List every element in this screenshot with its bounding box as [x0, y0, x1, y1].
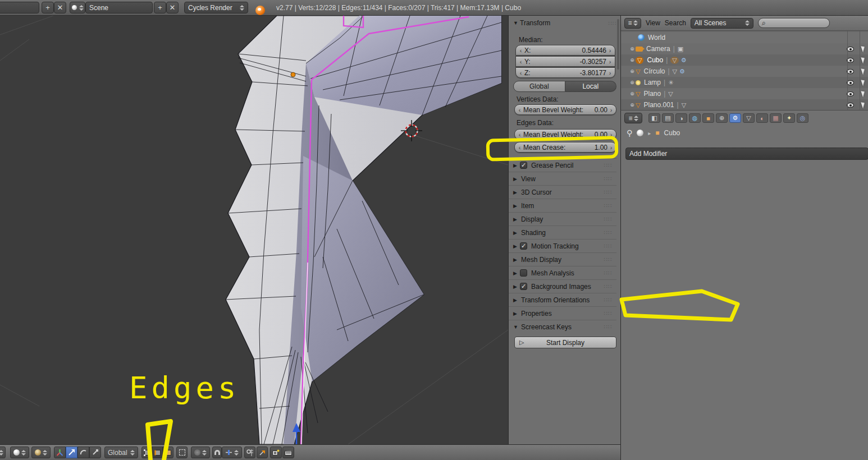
mesh-data-icon[interactable]: ▽ — [673, 68, 677, 75]
wrench-icon[interactable]: ⚙ — [681, 57, 687, 64]
panel-3d-cursor[interactable]: ▶ 3D Cursor∷∷ — [509, 185, 616, 199]
panel-properties[interactable]: ▶ Properties∷∷ — [509, 306, 616, 320]
orientation-global-button[interactable]: Global — [513, 81, 565, 92]
decrement-icon[interactable]: ‹ — [518, 47, 523, 54]
tab-object[interactable]: ■ — [702, 113, 714, 123]
mesh-data-icon[interactable]: ▽ — [668, 90, 673, 98]
close-layout-button[interactable]: ✕ — [54, 2, 66, 13]
snap-target-button[interactable] — [244, 447, 255, 458]
tab-modifiers[interactable]: ⚙ — [729, 113, 741, 123]
outliner-item-label[interactable]: World — [648, 34, 665, 42]
translate-manipulator-button[interactable] — [66, 447, 77, 458]
edge-select-button[interactable] — [152, 447, 163, 458]
panel-transform-orientations[interactable]: ▶ Transform Orientations∷∷ — [509, 293, 616, 306]
outliner-row-plano[interactable]: ⊕ ▽ Plano | ▽ — [621, 88, 868, 99]
selectable-cursor-icon[interactable] — [861, 101, 866, 108]
increment-icon[interactable]: › — [609, 107, 614, 113]
collapse-icon[interactable]: ▼ — [513, 324, 520, 330]
npanel-scrollbar[interactable] — [617, 19, 619, 70]
outliner-row-circulo[interactable]: ⊕ ▽ Círculo | ▽ ⚙ — [621, 66, 868, 77]
limit-selection-visible-button[interactable] — [176, 447, 188, 458]
editor-type-button[interactable]: ≡ — [624, 18, 641, 29]
outliner-row-world[interactable]: World — [621, 32, 868, 43]
close-scene-button[interactable]: ✕ — [166, 2, 179, 13]
panel-shading[interactable]: ▶ Shading∷∷ — [509, 226, 616, 239]
selectable-cursor-icon[interactable] — [861, 79, 866, 86]
outliner-item-label[interactable]: Círculo — [643, 67, 665, 75]
drag-dots-icon[interactable]: ∷∷ — [604, 324, 612, 330]
tab-scene[interactable]: ◑ — [675, 113, 687, 123]
snap-toggle-button[interactable] — [212, 447, 222, 458]
drag-dots-icon[interactable]: ∷∷ — [604, 189, 612, 195]
panel-mesh-display[interactable]: ▶ Mesh Display∷∷ — [509, 252, 616, 266]
face-select-button[interactable] — [163, 447, 173, 458]
expand-icon[interactable]: ▶ — [513, 257, 520, 263]
expand-icon[interactable]: ▶ — [513, 311, 520, 316]
render-engine-select[interactable]: Cycles Render — [184, 2, 248, 13]
drag-dots-icon[interactable]: ∷∷ — [604, 270, 612, 276]
tab-particles[interactable]: ✦ — [783, 113, 795, 123]
median-x-slider[interactable]: ‹ X: 0.54446 › — [515, 45, 615, 56]
tab-render[interactable]: ◧ — [648, 113, 660, 123]
tab-material[interactable]: ◐ — [756, 113, 768, 123]
orientation-local-button[interactable]: Local — [565, 81, 617, 92]
edge-bevel-weight-slider[interactable]: ‹ Mean Bevel Weight: 0.00 › — [514, 129, 616, 140]
mode-select-partial[interactable] — [0, 447, 6, 458]
drag-dots-icon[interactable]: ∷∷ — [604, 229, 612, 236]
expand-icon[interactable]: ▶ — [513, 230, 520, 236]
drag-dots-icon[interactable]: ∷∷ — [604, 162, 612, 168]
increment-icon[interactable]: › — [609, 144, 614, 151]
opengl-render-anim-button[interactable] — [282, 447, 294, 458]
panel-mesh-analysis[interactable]: ▶ Mesh Analysis∷∷ — [509, 266, 616, 279]
selectable-cursor-icon[interactable] — [861, 67, 866, 75]
expand-icon[interactable]: ⊕ — [629, 46, 636, 52]
decrement-icon[interactable]: ‹ — [517, 144, 522, 151]
panel-checkbox[interactable]: ✓ — [520, 283, 527, 290]
selectable-cursor-icon[interactable] — [861, 45, 866, 52]
median-z-slider[interactable]: ‹ Z: -3.80177 › — [515, 67, 615, 78]
add-layout-button[interactable]: + — [42, 2, 54, 13]
tab-constraints[interactable]: ⊕ — [716, 113, 728, 123]
panel-checkbox[interactable]: ✓ — [520, 162, 527, 169]
outliner-item-label[interactable]: Plano — [643, 90, 661, 98]
outliner-item-label[interactable]: Plano.001 — [643, 101, 674, 109]
panel-background-images[interactable]: ▶ ✓ Background Images∷∷ — [509, 279, 616, 293]
expand-icon[interactable]: ⊕ — [629, 57, 636, 63]
expand-icon[interactable]: ▶ — [513, 217, 520, 222]
proportional-edit-dropdown[interactable] — [191, 447, 210, 458]
transform-orientation-dropdown[interactable]: Global — [104, 447, 138, 458]
selectable-cursor-icon[interactable] — [861, 56, 866, 63]
decrement-icon[interactable]: ‹ — [518, 70, 523, 76]
drag-dots-icon[interactable]: ∷∷ — [604, 256, 612, 263]
median-y-slider[interactable]: ‹ Y: -0.30257 › — [515, 56, 615, 67]
panel-checkbox[interactable]: ✓ — [520, 242, 527, 250]
lamp-data-icon[interactable]: ✳ — [668, 79, 673, 86]
panel-motion-tracking[interactable]: ▶ ✓ Motion Tracking∷∷ — [509, 239, 616, 252]
expand-icon[interactable]: ⊕ — [629, 68, 636, 74]
snap-peel-button[interactable] — [257, 447, 268, 458]
pivot-point-dropdown[interactable] — [31, 447, 51, 458]
tab-world[interactable]: ◍ — [689, 113, 701, 123]
add-scene-button[interactable]: + — [154, 2, 166, 13]
start-display-button[interactable]: ▷ Start Display — [514, 337, 616, 348]
manipulator-toggle-button[interactable] — [54, 447, 66, 458]
camera-data-icon[interactable]: ▣ — [678, 45, 683, 53]
outliner-search-menu[interactable]: Search — [665, 19, 686, 27]
panel-item[interactable]: ▶ Item∷∷ — [509, 199, 616, 212]
drag-dots-icon[interactable]: ∷∷ — [604, 216, 612, 222]
increment-icon[interactable]: › — [609, 131, 614, 138]
drag-dots-icon[interactable]: ∷∷ — [604, 310, 612, 316]
expand-icon[interactable]: ▶ — [513, 284, 520, 289]
mean-crease-slider[interactable]: ‹ Mean Crease: 1.00 › — [514, 142, 616, 153]
vertex-select-button[interactable] — [141, 447, 152, 458]
drag-dots-icon[interactable]: ∷∷ — [604, 243, 612, 249]
scene-name-field[interactable]: Scene — [85, 2, 153, 13]
expand-icon[interactable]: ▶ — [513, 270, 520, 276]
expand-icon[interactable]: ⊕ — [629, 80, 636, 85]
increment-icon[interactable]: › — [607, 47, 613, 54]
drag-dots-icon[interactable]: ∷∷ — [608, 20, 616, 26]
increment-icon[interactable]: › — [607, 58, 613, 65]
outliner-row-cubo[interactable]: ⊕ ▽ Cubo | ▽ ⚙ — [621, 54, 868, 66]
drag-dots-icon[interactable]: ∷∷ — [604, 297, 612, 303]
panel-grease-pencil[interactable]: ▶ ✓ Grease Pencil∷∷ — [509, 158, 616, 172]
